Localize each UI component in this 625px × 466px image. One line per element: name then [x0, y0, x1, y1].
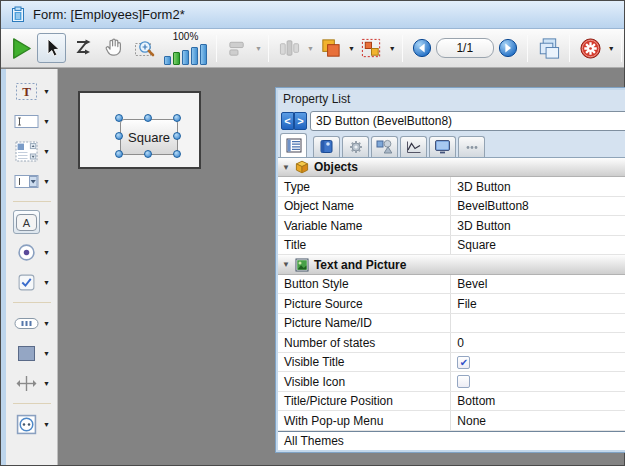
splitter-tool[interactable] [13, 371, 40, 395]
resize-handle[interactable] [173, 114, 181, 122]
chevron-down-icon[interactable]: ▼ [43, 88, 50, 95]
property-value[interactable]: None [457, 414, 486, 428]
property-value[interactable]: Square [457, 238, 496, 252]
chevron-down-icon[interactable]: ▼ [43, 219, 50, 226]
section-header[interactable]: ▼Objects [278, 158, 625, 178]
tab-more[interactable] [458, 136, 485, 157]
tab-display[interactable] [429, 136, 456, 157]
selection-tool-button[interactable] [37, 33, 66, 63]
previous-object-button[interactable]: < [281, 112, 294, 130]
selected-object-label: 3D Button (BevelButton8) [316, 114, 625, 128]
property-row: With Pop-up MenuNone [278, 411, 625, 431]
chevron-down-icon[interactable]: ▼ [43, 380, 50, 387]
group-objects-button[interactable] [357, 33, 386, 63]
chevron-down-icon[interactable]: ▼ [43, 178, 50, 185]
property-value[interactable]: 3D Button [457, 219, 510, 233]
palette-row: ▼ [13, 240, 50, 264]
resize-handle[interactable] [173, 150, 181, 158]
palette-separator [13, 302, 51, 303]
tab-events[interactable] [400, 136, 427, 157]
tab-settings[interactable] [342, 136, 369, 157]
listbox-tool[interactable] [13, 139, 40, 163]
collapse-triangle-icon[interactable]: ▼ [282, 260, 290, 269]
level-objects-button[interactable] [316, 33, 345, 63]
main-toolbar: 100%▼▼▼▼1/1▼ [1, 29, 624, 68]
chevron-down-icon[interactable]: ▼ [348, 45, 355, 52]
property-value[interactable]: Bevel [457, 277, 487, 291]
resize-handle[interactable] [115, 150, 123, 158]
form-canvas[interactable]: Square Property List ✕ [59, 69, 624, 465]
chevron-down-icon[interactable]: ▼ [389, 45, 396, 52]
zoom-step-bar[interactable] [173, 52, 180, 65]
palette-row: T▼ [13, 79, 50, 103]
collapse-triangle-icon[interactable]: ▼ [282, 163, 290, 172]
palette-separator [13, 403, 51, 404]
chevron-down-icon[interactable]: ▼ [43, 279, 50, 286]
button-tool[interactable]: A [13, 210, 40, 234]
chevron-down-icon[interactable]: ▼ [43, 148, 50, 155]
checkbox-tool[interactable] [13, 270, 40, 294]
distribute-objects-button[interactable] [275, 33, 304, 63]
property-row: TitleSquare [278, 236, 625, 256]
zoom-scale-widget[interactable]: 100% [164, 31, 207, 65]
resize-handle[interactable] [144, 150, 152, 158]
input-tool[interactable] [13, 109, 40, 133]
property-value[interactable]: File [457, 297, 476, 311]
execute-form-button[interactable] [6, 33, 35, 63]
entry-order-button[interactable] [68, 33, 97, 63]
property-list-titlebar[interactable]: Property List ✕ [278, 90, 625, 108]
radio-button-tool[interactable] [13, 240, 40, 264]
zoom-step-bar[interactable] [164, 56, 171, 65]
zoom-step-bar[interactable] [191, 47, 198, 65]
next-page-button[interactable] [498, 38, 518, 58]
resize-handle[interactable] [115, 114, 123, 122]
form-page-area[interactable]: Square [78, 91, 201, 169]
chevron-down-icon[interactable]: ▼ [255, 45, 262, 52]
theme-filter-bar[interactable]: All Themes [278, 431, 625, 450]
property-label: Button Style [278, 275, 450, 294]
tab-book[interactable] [313, 136, 340, 157]
chevron-down-icon[interactable]: ▼ [43, 350, 50, 357]
display-pages-button[interactable] [534, 33, 563, 63]
chevron-down-icon[interactable]: ▼ [43, 421, 50, 428]
window-titlebar[interactable]: Form: [Employees]Form2* [1, 1, 624, 29]
resize-handle[interactable] [115, 132, 123, 140]
chevron-down-icon[interactable]: ▼ [43, 118, 50, 125]
unchecked-checkbox[interactable] [457, 375, 470, 388]
svg-text:A: A [23, 216, 31, 228]
plugin-area-tool[interactable] [13, 412, 40, 436]
page-indicator-field[interactable]: 1/1 [436, 38, 494, 58]
chevron-down-icon[interactable]: ▼ [43, 320, 50, 327]
property-value[interactable]: BevelButton8 [457, 199, 528, 213]
resize-handle[interactable] [173, 132, 181, 140]
resize-handle[interactable] [144, 114, 152, 122]
align-objects-button[interactable] [223, 33, 252, 63]
zoom-step-bar[interactable] [182, 50, 189, 65]
object-selector-dropdown[interactable]: 3D Button (BevelButton8) ▼ [310, 111, 625, 131]
pan-tool-button[interactable] [99, 33, 128, 63]
form-settings-button[interactable] [576, 33, 605, 63]
next-object-button[interactable]: > [294, 112, 307, 130]
combobox-tool[interactable] [13, 169, 40, 193]
zoom-tool-button[interactable] [130, 33, 159, 63]
chevron-down-icon[interactable]: ▼ [43, 249, 50, 256]
previous-page-button[interactable] [412, 38, 432, 58]
checked-checkbox[interactable]: ✔ [457, 356, 470, 369]
zoom-step-bar[interactable] [200, 44, 207, 65]
tab-control-tool[interactable] [13, 311, 40, 335]
chevron-down-icon[interactable]: ▼ [307, 45, 314, 52]
property-value[interactable]: 0 [457, 336, 464, 350]
rectangle-tool[interactable] [13, 341, 40, 365]
text-tool[interactable]: T [13, 79, 40, 103]
chevron-down-icon[interactable]: ▼ [608, 45, 615, 52]
property-value[interactable]: Bottom [457, 394, 495, 408]
tab-property-list[interactable] [280, 133, 307, 157]
property-body: ▼ObjectsType3D ButtonObject NameBevelBut… [278, 157, 625, 431]
property-row: Visible Icon [278, 372, 625, 392]
section-header[interactable]: ▼Text and Picture [278, 255, 625, 275]
property-row: Object NameBevelButton8 [278, 197, 625, 217]
property-row: Type3D Button [278, 177, 625, 197]
tab-objects[interactable] [371, 136, 398, 157]
property-value[interactable]: 3D Button [457, 180, 510, 194]
property-label: With Pop-up Menu [278, 411, 450, 430]
